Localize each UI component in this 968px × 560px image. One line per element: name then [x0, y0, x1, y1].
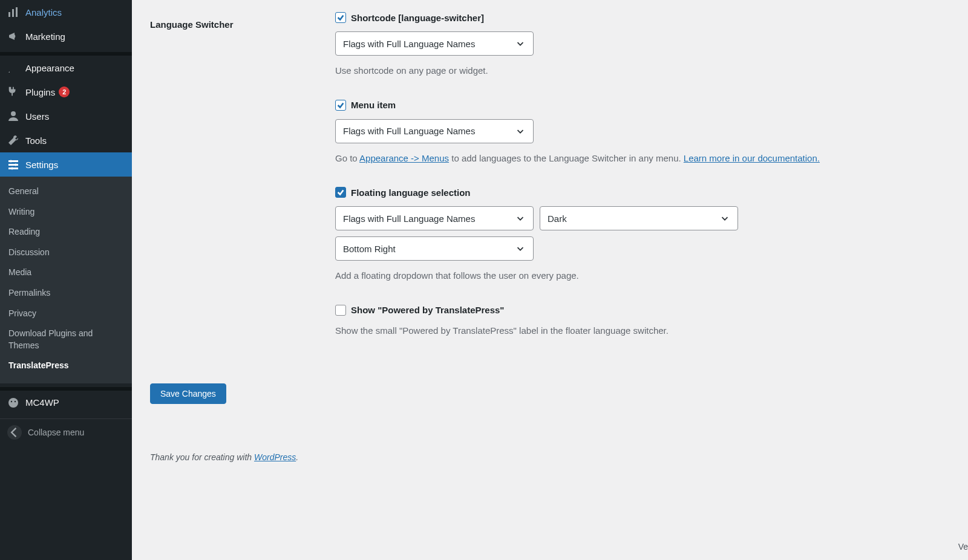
svg-point-7: [10, 160, 12, 163]
svg-point-12: [15, 401, 16, 402]
plug-icon: [7, 86, 19, 98]
shortcode-section: Shortcode [language-switcher] Flags with…: [335, 12, 950, 78]
sidebar-item-marketing[interactable]: Marketing: [0, 24, 132, 48]
sidebar-item-label: Analytics: [25, 7, 62, 18]
sidebar-item-label: Marketing: [25, 31, 65, 42]
save-changes-button[interactable]: Save Changes: [150, 383, 226, 404]
admin-sidebar: Analytics Marketing Appearance Plugins 2…: [0, 0, 132, 474]
submenu-permalinks[interactable]: Permalinks: [0, 283, 132, 304]
svg-point-11: [11, 401, 12, 402]
sidebar-item-plugins[interactable]: Plugins 2: [0, 80, 132, 104]
collapse-label: Collapse menu: [28, 428, 84, 437]
wordpress-link[interactable]: WordPress: [254, 452, 296, 462]
powered-label: Show "Powered by TranslatePress": [351, 305, 504, 315]
section-label: Language Switcher: [150, 12, 335, 30]
main-content: Language Switcher Shortcode [language-sw…: [132, 0, 968, 474]
menu-section: Menu item Flags with Full Language Names…: [335, 100, 950, 166]
select-value: Flags with Full Language Names: [343, 213, 475, 224]
submenu-download-plugins-themes[interactable]: Download Plugins and Themes: [0, 324, 132, 356]
svg-point-8: [15, 164, 17, 166]
wrench-icon: [7, 134, 19, 146]
chevron-down-icon: [515, 243, 526, 254]
powered-desc: Show the small "Powered by TranslatePres…: [335, 324, 950, 338]
submenu-reading[interactable]: Reading: [0, 222, 132, 243]
sidebar-item-label: Plugins: [25, 87, 55, 97]
svg-rect-0: [8, 12, 10, 17]
chevron-down-icon: [515, 126, 526, 137]
submenu-discussion[interactable]: Discussion: [0, 243, 132, 263]
collapse-menu[interactable]: Collapse menu: [0, 418, 132, 446]
chevron-down-icon: [515, 38, 526, 49]
powered-checkbox[interactable]: [335, 305, 346, 316]
svg-point-3: [11, 111, 16, 116]
shortcode-style-select[interactable]: Flags with Full Language Names: [335, 31, 534, 56]
shortcode-desc: Use shortcode on any page or widget.: [335, 64, 950, 78]
svg-point-9: [11, 168, 13, 170]
select-value: Dark: [548, 213, 567, 224]
shortcode-label: Shortcode [language-switcher]: [351, 13, 484, 23]
settings-submenu: General Writing Reading Discussion Media…: [0, 177, 132, 383]
floating-checkbox[interactable]: [335, 187, 346, 198]
svg-rect-2: [16, 7, 18, 17]
sidebar-item-label: Appearance: [25, 63, 74, 73]
submenu-privacy[interactable]: Privacy: [0, 304, 132, 324]
powered-section: Show "Powered by TranslatePress" Show th…: [335, 305, 950, 338]
sidebar-item-settings[interactable]: Settings: [0, 152, 132, 177]
user-icon: [7, 110, 19, 122]
chevron-down-icon: [719, 213, 730, 224]
floating-style-select[interactable]: Flags with Full Language Names: [335, 206, 534, 230]
sidebar-item-label: Users: [25, 111, 49, 122]
submenu-writing[interactable]: Writing: [0, 202, 132, 223]
menu-label: Menu item: [351, 100, 396, 110]
sliders-icon: [7, 158, 19, 171]
submenu-general[interactable]: General: [0, 181, 132, 202]
sidebar-item-tools[interactable]: Tools: [0, 128, 132, 152]
floating-section: Floating language selection Flags with F…: [335, 187, 950, 283]
sidebar-item-users[interactable]: Users: [0, 104, 132, 128]
analytics-icon: [7, 6, 19, 18]
sidebar-item-appearance[interactable]: Appearance: [0, 56, 132, 80]
select-value: Bottom Right: [343, 244, 396, 254]
svg-rect-1: [12, 9, 14, 17]
submenu-translatepress[interactable]: TranslatePress: [0, 356, 132, 376]
documentation-link[interactable]: Learn more in our documentation.: [684, 153, 820, 163]
chevron-down-icon: [515, 213, 526, 224]
sidebar-item-label: Settings: [25, 160, 58, 170]
sidebar-item-label: MC4WP: [25, 397, 59, 408]
menu-checkbox[interactable]: [335, 100, 346, 111]
select-value: Flags with Full Language Names: [343, 39, 475, 49]
svg-point-10: [8, 398, 18, 408]
brush-icon: [7, 62, 19, 74]
menu-style-select[interactable]: Flags with Full Language Names: [335, 119, 534, 143]
floating-label: Floating language selection: [351, 187, 471, 198]
sidebar-item-label: Tools: [25, 135, 47, 146]
floating-theme-select[interactable]: Dark: [540, 206, 738, 230]
megaphone-icon: [7, 30, 19, 42]
select-value: Flags with Full Language Names: [343, 126, 475, 136]
footer-credit: Thank you for creating with WordPress.: [150, 452, 950, 462]
sidebar-item-analytics[interactable]: Analytics: [0, 0, 132, 24]
appearance-menus-link[interactable]: Appearance -> Menus: [359, 153, 449, 163]
sidebar-item-mc4wp[interactable]: MC4WP: [0, 391, 132, 415]
floating-desc: Add a floating dropdown that follows the…: [335, 269, 950, 283]
menu-desc: Go to Appearance -> Menus to add languag…: [335, 152, 950, 166]
mailchimp-icon: [7, 397, 19, 409]
collapse-icon: [7, 425, 22, 440]
floating-position-select[interactable]: Bottom Right: [335, 236, 534, 261]
submenu-media[interactable]: Media: [0, 262, 132, 283]
shortcode-checkbox[interactable]: [335, 12, 346, 23]
plugins-badge: 2: [59, 86, 70, 97]
